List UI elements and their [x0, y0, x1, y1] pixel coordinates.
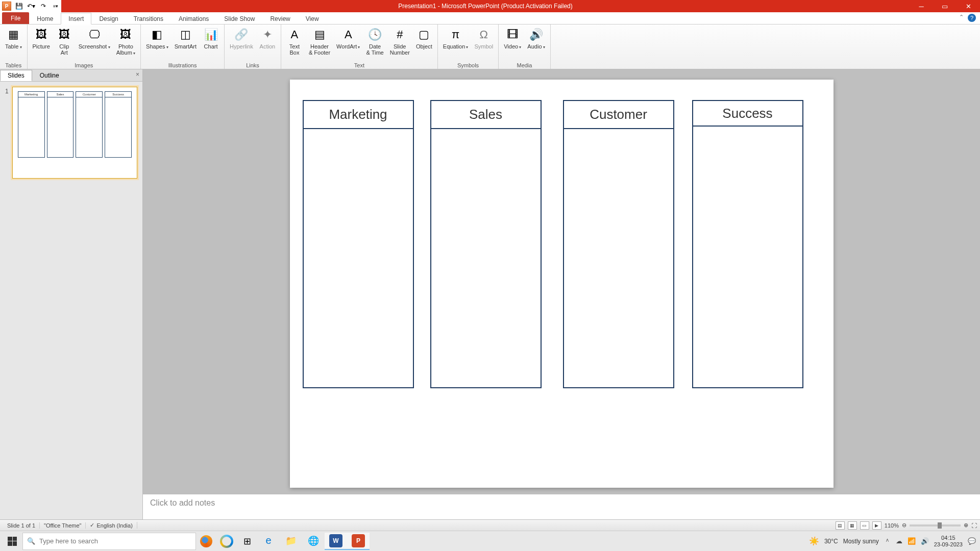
- tab-transitions[interactable]: Transitions: [126, 13, 171, 24]
- ribbon-datetime-button[interactable]: 🕓Date & Time: [364, 27, 385, 56]
- slide-thumbnail[interactable]: Marketing Sales Customer Success: [12, 87, 137, 179]
- ribbon-item-label: Clip Art: [59, 43, 69, 56]
- status-language[interactable]: ✓ English (India): [86, 522, 137, 529]
- clock-time: 04:15: [934, 535, 963, 541]
- help-icon[interactable]: ?: [968, 14, 976, 22]
- start-button[interactable]: [2, 533, 22, 550]
- title-bar-red: Presentation1 - Microsoft PowerPoint (Pr…: [61, 0, 980, 12]
- zoom-slider[interactable]: [910, 524, 961, 527]
- tab-insert[interactable]: Insert: [61, 13, 91, 24]
- minimize-ribbon-icon[interactable]: ⌃: [959, 14, 964, 22]
- taskbar-app-edge[interactable]: e: [257, 533, 280, 550]
- pane-tab-outline[interactable]: Outline: [32, 70, 67, 81]
- ribbon-item-label: Date & Time: [366, 43, 383, 56]
- slide-column-customer[interactable]: Customer: [563, 100, 674, 388]
- ribbon-wordart-button[interactable]: AWordArt: [334, 27, 362, 51]
- weather-temp[interactable]: 30°C: [824, 538, 838, 545]
- ribbon-item-label: Action: [260, 43, 276, 49]
- ribbon-item-label: Equation: [443, 43, 469, 51]
- ribbon-video-button[interactable]: 🎞Video: [502, 27, 523, 51]
- textbox-icon: A: [286, 27, 303, 43]
- ribbon-table-button[interactable]: ▦Table: [3, 27, 24, 51]
- ribbon-smartart-button[interactable]: ◫SmartArt: [173, 27, 199, 49]
- maximize-button[interactable]: ▭: [933, 0, 957, 12]
- ribbon-item-label: Header & Footer: [309, 43, 330, 56]
- undo-icon[interactable]: ↶▾: [27, 2, 36, 11]
- zoom-level: 110%: [885, 522, 899, 529]
- taskbar-search[interactable]: 🔍 Type here to search: [22, 533, 196, 550]
- minimize-button[interactable]: ─: [910, 0, 933, 12]
- pane-tab-slides[interactable]: Slides: [0, 70, 32, 81]
- slideshow-view-button[interactable]: ▶: [872, 521, 881, 530]
- close-button[interactable]: ✕: [957, 0, 980, 12]
- ribbon-item-label: Chart: [204, 43, 218, 49]
- ribbon-equation-button[interactable]: πEquation: [441, 27, 471, 51]
- slide-column-sales[interactable]: Sales: [430, 100, 542, 388]
- tray-volume-icon[interactable]: 🔊: [921, 537, 929, 545]
- ribbon-item-label: Shapes: [146, 43, 168, 51]
- ribbon-object-button[interactable]: ▢Object: [414, 27, 434, 49]
- tab-home[interactable]: Home: [29, 13, 61, 24]
- tab-slideshow[interactable]: Slide Show: [216, 13, 262, 24]
- taskbar-app-powerpoint[interactable]: P: [347, 533, 370, 550]
- ribbon-audio-button[interactable]: 🔊Audio: [525, 27, 547, 51]
- slide-column-success[interactable]: Success: [692, 100, 803, 388]
- tab-view[interactable]: View: [298, 13, 327, 24]
- action-center-icon[interactable]: 💬: [968, 537, 976, 545]
- sorter-view-button[interactable]: ▦: [848, 521, 857, 530]
- tab-file[interactable]: File: [2, 12, 29, 24]
- ribbon-group-images: 🖼Picture🖼Clip Art🖵Screenshot🖼Photo Album…: [28, 24, 141, 69]
- redo-icon[interactable]: ↷: [39, 2, 48, 11]
- ribbon-item-label: Slide Number: [390, 43, 410, 56]
- taskbar-cortana-icon[interactable]: [216, 533, 237, 550]
- wordart-icon: A: [340, 27, 356, 43]
- taskbar-app-chrome[interactable]: 🌐: [302, 533, 325, 550]
- tray-onedrive-icon[interactable]: ☁: [896, 537, 902, 545]
- ribbon-picture-button[interactable]: 🖼Picture: [31, 27, 52, 49]
- canvas-area[interactable]: Marketing Sales Customer Success: [143, 69, 980, 494]
- pane-close-icon[interactable]: ×: [136, 71, 139, 78]
- tab-animations[interactable]: Animations: [171, 13, 216, 24]
- thumb-col-label: Customer: [76, 92, 102, 97]
- fit-window-button[interactable]: ⛶: [971, 522, 977, 529]
- ribbon-textbox-button[interactable]: AText Box: [284, 27, 305, 56]
- save-icon[interactable]: 💾: [14, 2, 23, 11]
- ribbon-group-label: Media: [502, 62, 547, 69]
- ribbon-slidenumber-button[interactable]: #Slide Number: [388, 27, 412, 56]
- headerfooter-icon: ▤: [311, 27, 328, 43]
- taskbar-app-explorer[interactable]: 📁: [280, 533, 302, 550]
- weather-icon: ☀️: [809, 536, 819, 546]
- ribbon-chart-button[interactable]: 📊Chart: [201, 27, 221, 49]
- thumb-col-label: Sales: [47, 92, 74, 97]
- status-language-label: English (India): [96, 522, 132, 529]
- column-header: Sales: [431, 101, 541, 129]
- normal-view-button[interactable]: ▤: [836, 521, 845, 530]
- tab-design[interactable]: Design: [91, 13, 126, 24]
- zoom-in-button[interactable]: ⊕: [964, 522, 968, 529]
- slide-column-marketing[interactable]: Marketing: [303, 100, 414, 388]
- ribbon-screenshot-button[interactable]: 🖵Screenshot: [77, 27, 112, 51]
- notes-pane[interactable]: Click to add notes: [143, 494, 980, 519]
- reading-view-button[interactable]: ▭: [860, 521, 869, 530]
- ribbon-shapes-button[interactable]: ◧Shapes: [144, 27, 170, 51]
- taskbar-app-word[interactable]: W: [325, 533, 347, 550]
- column-header: Success: [693, 101, 802, 127]
- task-view-icon[interactable]: ⊞: [237, 533, 257, 550]
- weather-text[interactable]: Mostly sunny: [843, 538, 879, 545]
- ribbon-clipart-button[interactable]: 🖼Clip Art: [54, 27, 75, 56]
- title-bar: P 💾 ↶▾ ↷ ≡▾ Presentation1 - Microsoft Po…: [0, 0, 980, 12]
- photoalbum-icon: 🖼: [117, 27, 134, 43]
- ribbon-photoalbum-button[interactable]: 🖼Photo Album: [114, 27, 137, 57]
- zoom-out-button[interactable]: ⊖: [902, 522, 906, 529]
- ribbon-item-label: Table: [5, 43, 22, 51]
- taskbar-firefox-icon[interactable]: [196, 533, 216, 550]
- qat-customize-icon[interactable]: ≡▾: [51, 2, 60, 11]
- tray-wifi-icon[interactable]: 📶: [908, 537, 916, 545]
- slide-canvas[interactable]: Marketing Sales Customer Success: [290, 80, 834, 488]
- tab-review[interactable]: Review: [262, 13, 298, 24]
- status-slide-count: Slide 1 of 1: [3, 522, 40, 529]
- taskbar-clock[interactable]: 04:15 23-09-2023: [934, 535, 963, 548]
- tray-chevron-icon[interactable]: ＾: [884, 537, 891, 546]
- ribbon-headerfooter-button[interactable]: ▤Header & Footer: [307, 27, 332, 56]
- search-placeholder: Type here to search: [39, 537, 98, 545]
